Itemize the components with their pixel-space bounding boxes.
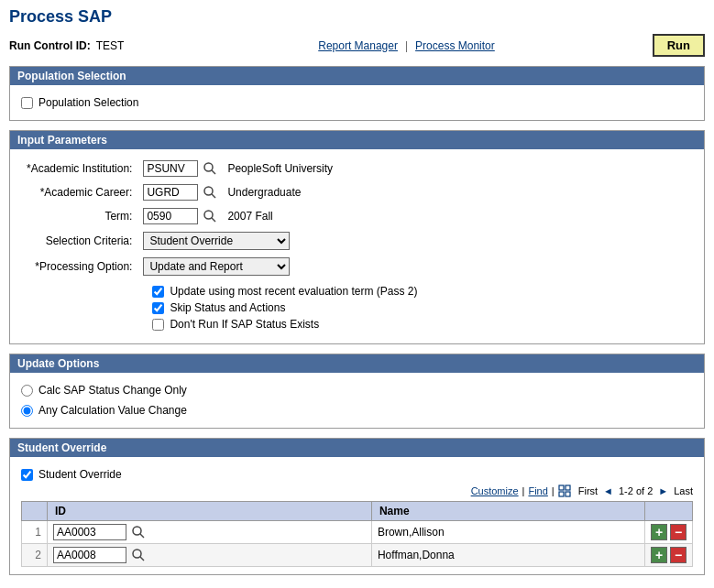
student-override-body: Student Override Customize | Find | Firs…	[10, 457, 704, 574]
term-field: 2007 Fall	[137, 204, 423, 228]
row2-add-button[interactable]: +	[651, 547, 667, 563]
academic-career-label: *Academic Career:	[21, 180, 137, 204]
academic-institution-field: PeopleSoft University	[137, 157, 423, 180]
checkboxes-label-spacer	[21, 279, 137, 336]
input-parameters-body: *Academic Institution: Pe	[10, 149, 704, 343]
processing-option-select[interactable]: Update and Report Update Only Report Onl…	[143, 257, 290, 276]
student-table-body: 1	[22, 521, 693, 567]
academic-career-lookup-icon[interactable]	[202, 184, 218, 201]
row2-name-cell: Hoffman,Donna	[371, 544, 644, 567]
update-options-body: Calc SAP Status Change Only Any Calculat…	[10, 373, 704, 428]
svg-line-11	[140, 534, 144, 538]
selection-criteria-field: Student Override All Students Group	[137, 228, 423, 254]
dont-run-checkbox[interactable]	[152, 319, 164, 331]
last-label: Last	[674, 485, 693, 496]
radio1-calc-sap[interactable]	[21, 385, 33, 397]
skip-status-checkbox[interactable]	[152, 302, 164, 314]
svg-line-13	[140, 557, 144, 561]
radio1-row: Calc SAP Status Change Only	[21, 380, 693, 400]
checkboxes-field: Update using most recent evaluation term…	[137, 279, 423, 336]
skip-status-row: Skip Status and Actions	[152, 299, 417, 316]
row1-name-cell: Brown,Allison	[371, 521, 644, 544]
term-lookup-icon[interactable]	[202, 208, 218, 224]
svg-point-12	[133, 550, 141, 558]
update-recent-row: Update using most recent evaluation term…	[152, 283, 417, 299]
customize-link[interactable]: Customize	[471, 485, 519, 496]
dont-run-row: Don't Run If SAP Status Exists	[152, 316, 417, 332]
process-monitor-link[interactable]: Process Monitor	[415, 39, 495, 52]
report-manager-link[interactable]: Report Manager	[318, 39, 398, 52]
academic-institution-input-group: PeopleSoft University	[143, 160, 417, 177]
svg-rect-9	[566, 492, 570, 496]
dont-run-label: Don't Run If SAP Status Exists	[170, 318, 319, 331]
term-input[interactable]	[143, 208, 198, 224]
population-selection-checkbox[interactable]	[21, 97, 33, 109]
skip-status-label: Skip Status and Actions	[170, 301, 285, 314]
svg-point-10	[133, 527, 141, 535]
svg-rect-8	[559, 492, 564, 496]
row2-num: 2	[22, 544, 48, 567]
student-table: ID Name 1	[21, 501, 693, 567]
svg-line-1	[212, 170, 215, 174]
nav-next-button[interactable]: ►	[656, 485, 670, 496]
svg-point-2	[204, 187, 213, 195]
academic-institution-row: *Academic Institution: Pe	[21, 157, 423, 180]
nav-info: 1-2 of 2	[619, 485, 653, 496]
run-control-label: Run Control ID:	[9, 39, 91, 52]
row2-id-input[interactable]	[53, 547, 126, 563]
term-desc: 2007 Fall	[222, 210, 272, 223]
divider: |	[405, 39, 408, 52]
term-row: Term: 2007 Fall	[21, 204, 423, 228]
row2-id-cell	[48, 544, 372, 567]
radio2-label: Any Calculation Value Change	[38, 404, 187, 417]
radio2-any-calc[interactable]	[21, 405, 33, 417]
svg-rect-6	[559, 485, 564, 490]
student-override-header: Student Override	[10, 439, 704, 457]
page-title: Process SAP	[9, 7, 705, 27]
row2-lookup-icon[interactable]	[130, 547, 147, 563]
academic-institution-label: *Academic Institution:	[21, 157, 137, 180]
selection-criteria-select[interactable]: Student Override All Students Group	[143, 232, 290, 250]
update-recent-label: Update using most recent evaluation term…	[170, 285, 417, 298]
checkbox-options: Update using most recent evaluation term…	[143, 283, 417, 332]
input-parameters-header: Input Parameters	[10, 131, 704, 149]
row1-add-button[interactable]: +	[651, 524, 667, 540]
population-selection-header: Population Selection	[10, 67, 704, 85]
row2-id-group	[53, 547, 366, 563]
student-override-checkbox[interactable]	[21, 469, 33, 481]
student-table-header-row: ID Name	[22, 502, 693, 521]
population-selection-label: Population Selection	[38, 96, 138, 109]
population-selection-section: Population Selection Population Selectio…	[9, 66, 705, 121]
row2-remove-button[interactable]: −	[670, 547, 687, 563]
row1-id-input[interactable]	[53, 524, 126, 540]
col-id-header: ID	[48, 502, 372, 521]
processing-option-label: *Processing Option:	[21, 254, 137, 279]
academic-institution-lookup-icon[interactable]	[202, 160, 218, 177]
run-button[interactable]: Run	[653, 34, 705, 57]
selection-criteria-label: Selection Criteria:	[21, 228, 137, 254]
update-options-section: Update Options Calc SAP Status Change On…	[9, 354, 705, 429]
toolbar-divider2: |	[552, 485, 555, 496]
term-label: Term:	[21, 204, 137, 228]
student-table-head: ID Name	[22, 502, 693, 521]
input-form-table: *Academic Institution: Pe	[21, 157, 423, 336]
population-selection-row: Population Selection	[21, 93, 693, 113]
academic-institution-input[interactable]	[143, 160, 198, 177]
top-links: Report Manager | Process Monitor	[160, 39, 652, 52]
student-override-section: Student Override Student Override Custom…	[9, 438, 705, 575]
nav-prev-button[interactable]: ◄	[601, 485, 615, 496]
selection-criteria-row: Selection Criteria: Student Override All…	[21, 228, 423, 254]
col-num-header	[22, 502, 48, 521]
find-link[interactable]: Find	[528, 485, 547, 496]
grid-icon[interactable]	[558, 485, 571, 497]
row1-lookup-icon[interactable]	[130, 524, 147, 540]
academic-institution-desc: PeopleSoft University	[222, 162, 333, 175]
row1-remove-button[interactable]: −	[670, 524, 687, 540]
col-actions-header	[645, 502, 693, 521]
svg-line-3	[212, 194, 215, 198]
academic-career-row: *Academic Career: Undergr	[21, 180, 423, 204]
academic-career-input[interactable]	[143, 184, 198, 201]
update-recent-checkbox[interactable]	[152, 286, 164, 298]
row1-num: 1	[22, 521, 48, 544]
update-options-header: Update Options	[10, 354, 704, 373]
